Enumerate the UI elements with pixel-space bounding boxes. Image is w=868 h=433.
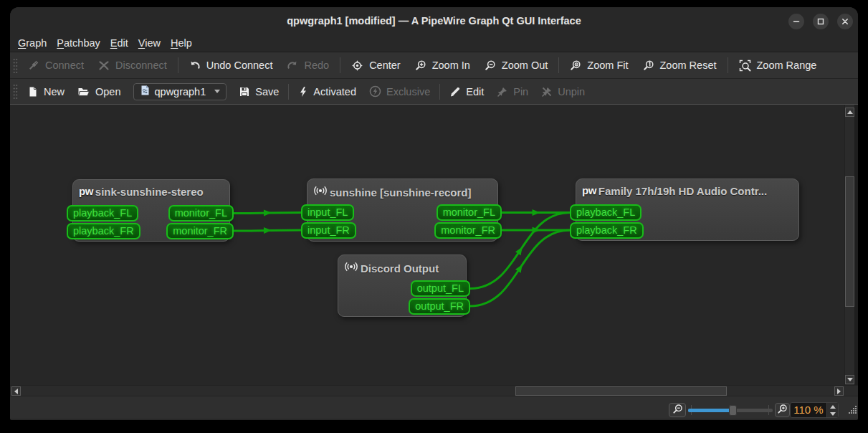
undo-connect-button[interactable]: Undo Connect	[182, 60, 280, 71]
zoom-out-button[interactable]: Zoom Out	[477, 60, 555, 71]
arrow-left-icon	[14, 389, 18, 394]
connection-arrow-icon	[533, 227, 540, 234]
port-output_FL[interactable]: output_FL	[411, 280, 470, 297]
connection-line[interactable]	[234, 230, 301, 231]
menu-graph[interactable]: Graph	[13, 34, 52, 52]
port-output_FR[interactable]: output_FR	[409, 298, 470, 315]
zoom-range-icon	[739, 60, 751, 72]
connect-button[interactable]: Connect	[21, 60, 91, 71]
node-title: sunshine [sunshine-record]	[330, 186, 472, 199]
node-sink-sunshine-stereo[interactable]: pwsink-sunshine-stereoplayback_FLplaybac…	[72, 179, 230, 242]
undo-icon	[189, 60, 201, 71]
connection-arrow-icon	[515, 263, 525, 273]
zoom-in-small-icon	[777, 404, 788, 417]
redo-button[interactable]: Redo	[280, 60, 336, 71]
port-playback_FL[interactable]: playback_FL	[570, 204, 642, 221]
toolbar-grip[interactable]	[13, 84, 18, 99]
open-button[interactable]: Open	[71, 86, 127, 97]
disconnect-button[interactable]: Disconnect	[91, 60, 174, 71]
spin-down-button[interactable]	[827, 410, 838, 417]
arrow-up-icon	[847, 110, 853, 114]
exclusive-button[interactable]: Exclusive	[363, 85, 437, 97]
port-monitor_FR[interactable]: monitor_FR	[434, 222, 502, 239]
maximize-button[interactable]	[813, 14, 829, 29]
redo-icon	[287, 60, 298, 71]
menu-help[interactable]: Help	[166, 34, 197, 52]
zoom-in-button[interactable]: Zoom In	[408, 60, 477, 71]
center-button[interactable]: Center	[344, 60, 408, 72]
resize-grip[interactable]	[848, 404, 857, 417]
zoom-range-button[interactable]: Zoom Range	[732, 60, 824, 72]
node-discord-output[interactable]: Discord Outputoutput_FLoutput_FR	[338, 254, 467, 317]
vertical-scrollbar[interactable]	[844, 105, 854, 385]
node-title: Discord Output	[361, 262, 439, 275]
zoom-spinbox[interactable]: 110 %	[790, 402, 839, 418]
close-button[interactable]	[837, 14, 853, 29]
pin-button[interactable]: Pin	[490, 86, 535, 97]
toolbar-button-label: Open	[95, 86, 120, 97]
zoom-value[interactable]: 110 %	[791, 403, 826, 417]
port-playback_FL[interactable]: playback_FL	[67, 205, 138, 222]
port-playback_FR[interactable]: playback_FR	[570, 222, 644, 239]
node-sunshine[interactable]: sunshine [sunshine-record]input_FLinput_…	[307, 179, 498, 242]
menu-view[interactable]: View	[133, 34, 166, 52]
port-monitor_FL[interactable]: monitor_FL	[437, 204, 502, 221]
chevron-down-icon	[214, 90, 220, 93]
toolbar-button-label: Pin	[513, 86, 528, 97]
combobox-value: qpwgraph1	[155, 86, 206, 97]
activated-icon	[298, 86, 308, 97]
patchbay-file-icon	[140, 85, 151, 98]
connection-arrow-icon	[264, 209, 272, 216]
save-button[interactable]: Save	[232, 86, 285, 97]
zoom-out-button[interactable]	[669, 403, 686, 417]
vertical-scrollbar-margin	[854, 105, 858, 385]
scroll-left-button[interactable]	[11, 386, 21, 396]
node-title: Family 17h/19h HD Audio Contr...	[598, 185, 767, 197]
port-monitor_FL[interactable]: monitor_FL	[168, 205, 234, 222]
vertical-scrollbar-thumb[interactable]	[845, 176, 854, 307]
port-monitor_FR[interactable]: monitor_FR	[166, 223, 234, 239]
horizontal-scrollbar[interactable]	[10, 385, 858, 396]
maximize-icon	[816, 17, 825, 26]
toolbar-file: NewOpenqpwgraph1SaveActivatedExclusiveEd…	[10, 79, 858, 105]
slider-handle[interactable]	[729, 405, 737, 416]
port-playback_FR[interactable]: playback_FR	[67, 223, 140, 239]
scroll-down-button[interactable]	[845, 375, 854, 384]
patchbay-combobox[interactable]: qpwgraph1	[133, 83, 227, 100]
node-header: pwsink-sunshine-stereo	[73, 180, 229, 198]
graph-canvas[interactable]: pwsink-sunshine-stereoplayback_FLplaybac…	[10, 105, 858, 396]
toolbar-button-label: Exclusive	[386, 86, 430, 97]
activated-button[interactable]: Activated	[292, 86, 363, 97]
minimize-button[interactable]	[788, 14, 804, 29]
toolbar-button-label: Zoom Out	[502, 60, 548, 71]
titlebar[interactable]: qpwgraph1 [modified] — A PipeWire Graph …	[10, 7, 858, 34]
edit-button[interactable]: Edit	[443, 86, 490, 97]
menu-patchbay[interactable]: Patchbay	[52, 34, 105, 52]
spin-buttons	[826, 403, 838, 417]
port-input_FL[interactable]: input_FL	[301, 204, 354, 221]
zoom-reset-button[interactable]: Zoom Reset	[636, 60, 724, 71]
toolbar-separator	[178, 57, 178, 73]
spin-up-button[interactable]	[827, 403, 838, 410]
graph-viewport[interactable]: pwsink-sunshine-stereoplayback_FLplaybac…	[10, 105, 844, 385]
menu-edit[interactable]: Edit	[105, 34, 133, 52]
toolbar-grip[interactable]	[13, 58, 18, 73]
new-button[interactable]: New	[21, 86, 71, 97]
node-family-audio[interactable]: pwFamily 17h/19h HD Audio Contr...playba…	[576, 179, 799, 241]
scroll-up-button[interactable]	[845, 108, 854, 117]
zoom-in-button[interactable]	[775, 403, 790, 417]
connection-line[interactable]	[234, 213, 301, 214]
zoom-slider[interactable]	[688, 403, 773, 417]
node-header: pwFamily 17h/19h HD Audio Contr...	[576, 179, 798, 197]
statusbar: 110 %	[10, 396, 858, 419]
toolbar-button-label: Zoom Fit	[587, 60, 628, 71]
toolbar-button-label: Redo	[304, 60, 329, 71]
window-title: qpwgraph1 [modified] — A PipeWire Graph …	[10, 7, 858, 34]
zoom-fit-button[interactable]: Zoom Fit	[563, 60, 635, 71]
horizontal-scrollbar-thumb[interactable]	[515, 386, 727, 396]
scroll-right-button[interactable]	[834, 386, 844, 396]
unpin-button[interactable]: Unpin	[535, 86, 591, 97]
port-input_FR[interactable]: input_FR	[301, 222, 356, 239]
arrow-right-icon	[837, 389, 841, 394]
toolbar-button-label: Zoom Reset	[660, 60, 717, 71]
